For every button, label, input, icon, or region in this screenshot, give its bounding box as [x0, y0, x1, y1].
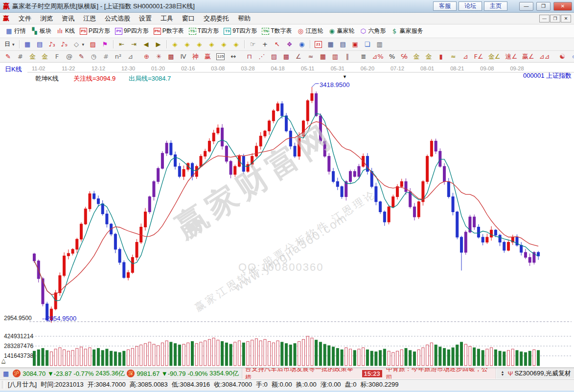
minimize-button[interactable]: —: [519, 2, 533, 11]
ruler-125-tool[interactable]: 125: [214, 53, 227, 61]
menu-settings[interactable]: 设置: [135, 13, 156, 24]
quotes-button[interactable]: ▦行情: [3, 26, 28, 36]
menu-window[interactable]: 窗口: [178, 13, 199, 24]
menu-gann[interactable]: 江恩: [79, 13, 100, 24]
arc-box-tool[interactable]: ▨: [268, 52, 280, 61]
menu-formula-stockpick[interactable]: 公式选股: [100, 13, 135, 24]
p-square-button[interactable]: PSP四方形: [77, 26, 113, 36]
fan-lines-tool[interactable]: ⋰: [255, 52, 268, 61]
child-close-button[interactable]: ✕: [561, 15, 571, 22]
angle-lines-tool[interactable]: ∠: [292, 52, 304, 61]
gold-level-tool[interactable]: 金: [423, 52, 435, 61]
kline-chart-canvas[interactable]: 11-0211-2212-1212-3001-2002-1603-0803-28…: [0, 63, 574, 368]
hand-tool-button[interactable]: ☞: [247, 40, 259, 48]
brush-candle-tool[interactable]: ▮: [435, 52, 447, 61]
f-grid-tool[interactable]: F: [51, 52, 63, 61]
spiral-tool[interactable]: @: [63, 52, 75, 61]
gann-diamond-4-button[interactable]: ◈: [206, 40, 218, 48]
color-flag-button[interactable]: ⚑: [99, 40, 111, 48]
cycle-bottle-dropdown[interactable]: ◇▾: [70, 40, 87, 48]
compass-tool[interactable]: ⊕: [140, 52, 153, 61]
pointer-tool-button[interactable]: ↖: [271, 40, 283, 48]
9t-square-button[interactable]: T99T四方形: [221, 26, 259, 36]
hatch-lines-tool[interactable]: ∥: [341, 52, 353, 61]
pattern-search-button[interactable]: ▨: [87, 40, 99, 48]
boxed-web-tool[interactable]: ▩: [165, 52, 177, 61]
kline-button[interactable]: ılıK线: [54, 26, 77, 36]
scrolling-stock-label[interactable]: SZ300699,光威复材: [514, 369, 571, 378]
j-angle-tool[interactable]: ⊿: [459, 52, 472, 61]
gold-grid2-tool[interactable]: 金: [39, 52, 51, 61]
go-first-button[interactable]: ⇤: [115, 40, 128, 48]
infinity-tool[interactable]: ∞: [569, 52, 574, 61]
multi-angle-tool[interactable]: ⊿⊿: [537, 52, 552, 61]
speed-angle-tool[interactable]: 速∠: [503, 52, 520, 61]
percent-retrace-tool[interactable]: ⊿%: [369, 52, 386, 61]
percent-tool[interactable]: %: [386, 52, 398, 61]
window-layout-button[interactable]: ▦: [22, 40, 34, 48]
9p-square-button[interactable]: P99P四方形: [113, 26, 151, 36]
pen-tool[interactable]: ✎: [2, 52, 14, 61]
save-button[interactable]: ▣: [349, 40, 361, 48]
news-headline-2[interactable]: 中青旅：今年旅游市场逐步回暖，公司: [386, 368, 493, 379]
kline-chart-area[interactable]: 11-0211-2212-1212-3001-2002-1603-0803-28…: [0, 63, 574, 368]
t-number-table-button[interactable]: TNT数字表: [259, 26, 294, 36]
grid-box2-tool[interactable]: ▥: [329, 52, 341, 61]
winner-service-button[interactable]: $赢家服务: [389, 26, 426, 36]
menu-help[interactable]: 帮助: [233, 13, 255, 24]
customer-service-button[interactable]: 客服: [433, 1, 457, 11]
bars-9-button[interactable]: ♪₉: [58, 40, 70, 48]
gann-diamond-3-button[interactable]: ◈: [193, 40, 206, 48]
web-tool-button[interactable]: ❖: [283, 40, 296, 48]
win-angle-tool[interactable]: 赢∠: [520, 52, 537, 61]
child-minimize-button[interactable]: —: [539, 15, 550, 22]
gann-wheel-button[interactable]: ◎江恩轮: [295, 26, 326, 36]
span-arrows-tool[interactable]: ↔: [227, 52, 239, 61]
gold-angle-tool[interactable]: 金∠: [486, 52, 503, 61]
gold-grid-tool[interactable]: 金: [26, 52, 39, 61]
spinner-down-icon[interactable]: ▼: [501, 373, 505, 376]
restore-button[interactable]: ❐: [536, 2, 551, 11]
news-headline-1[interactable]: 台支持汽车后市场发展等一批的政策举措: [245, 368, 358, 379]
spider-web-tool[interactable]: ✳: [153, 52, 165, 61]
gann-diamond-6-button[interactable]: ◈: [230, 40, 242, 48]
square-frame-tool[interactable]: ⊓: [243, 52, 255, 61]
gann-diamond-1-button[interactable]: ◈: [169, 40, 181, 48]
bars-3-button[interactable]: ♪₃: [46, 40, 58, 48]
crosshair-tool-button[interactable]: +: [259, 40, 271, 48]
close-button[interactable]: ✕: [553, 2, 572, 11]
t-square-button[interactable]: TST四方形: [186, 26, 221, 36]
taiji-tool[interactable]: ☯: [556, 52, 569, 61]
menu-file[interactable]: 文件: [14, 13, 36, 24]
ticker-spinner[interactable]: ▲ ▼: [501, 370, 505, 376]
menu-trade[interactable]: 交易委托: [199, 13, 233, 24]
news-ticker-segment[interactable]: 台支持汽车后市场发展等一批的政策举措 15:23 中青旅：今年旅游市场逐步回暖，…: [242, 368, 496, 379]
grid-box-tool[interactable]: ▦: [317, 52, 329, 61]
index-quotes-segment[interactable]: ▦ 沪 3084.70 ▼ -23.87 -0.77% 2435.36亿 深 9…: [0, 368, 242, 379]
n2-grid-tool[interactable]: n²: [112, 52, 124, 61]
winner-wheel-button[interactable]: ◉赢家轮: [326, 26, 357, 36]
notepad-button[interactable]: ▤: [337, 40, 349, 48]
export-web-button[interactable]: ❏: [361, 40, 373, 48]
print-button[interactable]: ▥: [373, 40, 386, 48]
gann-diamond-2-button[interactable]: ◈: [181, 40, 193, 48]
go-last-button[interactable]: ⇥: [128, 40, 140, 48]
f-angle-tool[interactable]: F∠: [472, 52, 486, 61]
brain-tool-button[interactable]: ◉: [296, 40, 308, 48]
calendar-button[interactable]: 21: [312, 41, 324, 48]
menu-tools[interactable]: 工具: [156, 13, 178, 24]
calculator-button[interactable]: ▦: [324, 40, 337, 48]
forum-button[interactable]: 论坛: [459, 1, 482, 11]
menu-news[interactable]: 资讯: [57, 13, 79, 24]
gold-coin-tool[interactable]: 金: [411, 52, 423, 61]
gann-diamond-5-button[interactable]: ◈: [218, 40, 230, 48]
hexagon-button[interactable]: ⬡六角形: [357, 26, 389, 36]
web-box-tool[interactable]: ▩: [280, 52, 292, 61]
homepage-button[interactable]: 主页: [484, 1, 507, 11]
circle-ruler-tool[interactable]: ◷: [88, 52, 100, 61]
win-grid-tool[interactable]: 赢: [202, 52, 214, 61]
child-restore-button[interactable]: ❐: [550, 15, 560, 22]
gold-wave-tool[interactable]: ≈: [447, 52, 459, 61]
menu-browse[interactable]: 浏览: [36, 13, 57, 24]
info-panel-button[interactable]: ▤: [34, 40, 46, 48]
